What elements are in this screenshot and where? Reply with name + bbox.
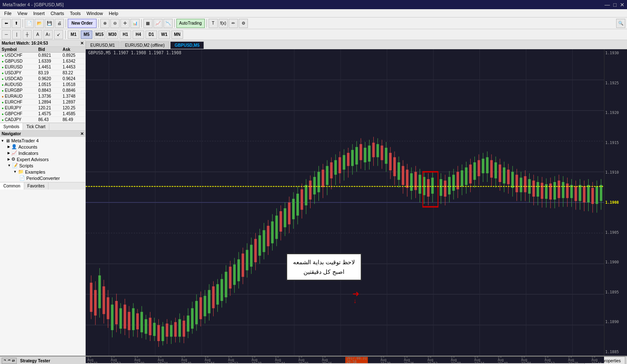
tf-m5[interactable]: M5 <box>81 30 92 39</box>
tf-mn[interactable]: MN <box>171 30 183 39</box>
market-watch-close[interactable]: ✕ <box>80 41 84 46</box>
sep4 <box>141 19 142 28</box>
tf-h1[interactable]: H1 <box>120 30 131 39</box>
tree-expert-advisors[interactable]: ▶ ⚙ Expert Advisors <box>1 156 84 162</box>
menu-tools[interactable]: Tools <box>67 10 83 17</box>
tb-tpl[interactable]: T <box>209 19 218 28</box>
ask-cell: 1.3748 <box>61 94 85 99</box>
tb-text[interactable]: A <box>33 30 42 39</box>
tb-line[interactable]: ─ <box>2 30 11 39</box>
table-row[interactable]: ● EURCHF 1.2894 1.2897 <box>0 99 85 105</box>
col-ask: Ask <box>61 47 85 53</box>
tree-indicators[interactable]: ▶ 📈 Indicators <box>1 150 84 156</box>
table-row[interactable]: ● CADJPY 86.43 86.49 <box>0 117 85 123</box>
ask-cell: 86.49 <box>61 117 85 123</box>
maximize-btn[interactable]: □ <box>613 2 617 8</box>
table-row[interactable]: ● EURJPY 120.21 120.25 <box>0 105 85 111</box>
tb-open[interactable]: 📂 <box>35 19 44 28</box>
ask-cell: 0.8925 <box>61 53 85 58</box>
tree-examples[interactable]: ▼ 📁 Examples <box>1 169 84 175</box>
menu-view[interactable]: View <box>15 10 30 17</box>
mw-tab-symbols[interactable]: Symbols <box>0 123 23 130</box>
tb-print[interactable]: 🖨 <box>55 19 64 28</box>
indicators-triangle: ▶ <box>8 151 10 155</box>
autotrading-btn[interactable]: AutoTrading <box>176 19 205 28</box>
tester-side-tab[interactable]: Str <box>2 358 17 364</box>
navigator-close[interactable]: ✕ <box>80 131 84 136</box>
tf-m15[interactable]: M15 <box>94 30 105 39</box>
table-row[interactable]: ● EURUSD 1.4451 1.4453 <box>0 64 85 70</box>
ts-11: 31 Aug 20:16 <box>322 356 333 363</box>
table-row[interactable]: ● USDCAD 0.9620 0.9624 <box>0 76 85 82</box>
chart-main[interactable]: GBPUSD,M5 1.1907 1.1908 1.1907 1.1908 <box>86 49 604 356</box>
tree-periodconverter[interactable]: 📄 PeriodConverter <box>1 175 84 181</box>
menu-charts[interactable]: Charts <box>48 10 66 17</box>
close-btn[interactable]: ✕ <box>620 2 624 8</box>
tf-m30[interactable]: M30 <box>107 30 118 39</box>
table-row[interactable]: ● USDJPY 83.19 83.22 <box>0 70 85 76</box>
navigator-bottom-tabs: Common Favorites <box>0 182 85 190</box>
symbol-cell: ● EURJPY <box>0 105 36 111</box>
tb-search[interactable]: 🔍 <box>616 19 625 28</box>
ask-cell: 120.25 <box>61 105 85 111</box>
accounts-icon: 👤 <box>11 144 17 149</box>
sep1 <box>23 19 23 28</box>
tb-zoom-in[interactable]: ⊕ <box>100 19 110 28</box>
tb-crosshair[interactable]: ✛ <box>120 19 130 28</box>
sep6 <box>206 19 207 28</box>
tb-settings[interactable]: ⚙ <box>239 19 248 28</box>
chart-tab-eurusd-m2[interactable]: EURUSD,M2 (offline) <box>120 41 169 49</box>
tb-back[interactable]: ⬆ <box>12 19 21 28</box>
chart-svg <box>86 49 604 356</box>
tb-arr[interactable]: ↙ <box>54 30 63 39</box>
root-label: MetaTrader 4 <box>11 138 39 143</box>
pc-icon: 📄 <box>19 175 25 181</box>
market-watch-tabs: Symbols Tick Chart <box>0 123 85 130</box>
chart-inner: GBPUSD,M5 1.1907 1.1908 1.1907 1.1908 <box>86 49 627 356</box>
tb-save[interactable]: 💾 <box>45 19 54 28</box>
tb-chart-candle[interactable]: 📈 <box>153 19 163 28</box>
tf-m1[interactable]: M1 <box>68 30 79 39</box>
tree-scripts[interactable]: ▼ 📝 Scripts <box>1 162 84 169</box>
symbol-cell: ● EURUSD <box>0 64 36 70</box>
tb-objects[interactable]: ✏ <box>229 19 238 28</box>
ts-20: 31 Aug 23:28 <box>568 356 579 363</box>
chart-tab-eurusd-m1[interactable]: EURUSD,M1 <box>86 41 120 49</box>
table-row[interactable]: ● GBPCHF 1.4575 1.4585 <box>0 111 85 117</box>
ts-1: 31 Aug 17:27 <box>87 356 98 363</box>
minimize-btn[interactable]: — <box>604 2 610 8</box>
left-panel: Market Watch: 16:24:53 ✕ Symbol Bid Ask … <box>0 40 86 356</box>
tb-text2[interactable]: A↕ <box>43 30 53 39</box>
mw-tab-tick[interactable]: Tick Chart <box>23 123 49 130</box>
tb-indicators[interactable]: f(x) <box>219 19 228 28</box>
tb-chart-bar[interactable]: ▦ <box>143 19 153 28</box>
tf-w1[interactable]: W1 <box>158 30 170 39</box>
menu-help[interactable]: Help <box>106 10 121 17</box>
tb-period[interactable]: 📊 <box>130 19 140 28</box>
table-row[interactable]: ● USDCHF 0.8921 0.8925 <box>0 53 85 58</box>
tree-accounts[interactable]: ▶ 👤 Accounts <box>1 144 84 150</box>
tree-root[interactable]: ▼ 🖥 MetaTrader 4 <box>1 138 84 144</box>
table-row[interactable]: ● AUDUSD 1.0515 1.0518 <box>0 82 85 88</box>
menu-insert[interactable]: Insert <box>31 10 47 17</box>
tb-chart-line[interactable]: 📉 <box>163 19 173 28</box>
table-row[interactable]: ● EURAUD 1.3736 1.3748 <box>0 94 85 99</box>
tb-cross[interactable]: ┼ <box>23 30 32 39</box>
tb-new[interactable]: ⬅ <box>2 19 11 28</box>
nav-tab-common[interactable]: Common <box>0 182 24 190</box>
tf-d1[interactable]: D1 <box>145 30 157 39</box>
market-watch-table: Symbol Bid Ask ● USDCHF 0.8921 0.8925 ● … <box>0 47 85 123</box>
tf-h4[interactable]: H4 <box>133 30 144 39</box>
new-order-btn[interactable]: New Order <box>68 19 97 28</box>
ts-17: 31 Aug 22:40 <box>498 356 509 363</box>
tb-zoom-out[interactable]: ⊖ <box>110 19 120 28</box>
table-row[interactable]: ● EURGBP 0.8843 0.8846 <box>0 88 85 94</box>
menu-window[interactable]: Window <box>84 10 105 17</box>
table-row[interactable]: ● GBPUSD 1.6339 1.6342 <box>0 58 85 64</box>
tb-chart-new[interactable]: 📄 <box>25 19 34 28</box>
ts-highlight: 2017.08.31 20:58 <box>345 356 368 363</box>
tb-hline[interactable]: | <box>12 30 21 39</box>
menu-file[interactable]: File <box>2 10 14 17</box>
chart-tab-gbpusd-m5[interactable]: GBPUSD,M5 <box>170 41 204 49</box>
nav-tab-favorites[interactable]: Favorites <box>24 182 48 190</box>
